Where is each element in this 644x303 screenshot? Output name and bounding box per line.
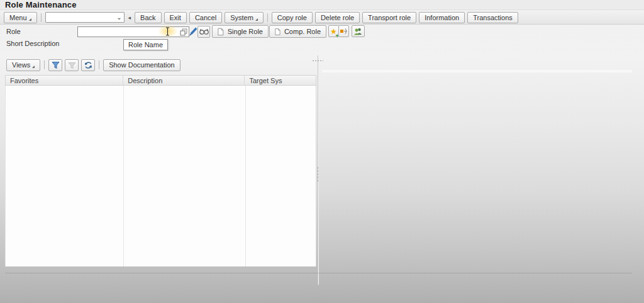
- toolbar-separator: [99, 60, 99, 69]
- role-name-tooltip: Role Name: [123, 39, 168, 50]
- chevron-down-icon[interactable]: ⌄: [116, 14, 121, 21]
- views-toolbar: Views Show Documentation: [5, 59, 182, 71]
- refresh-button[interactable]: [81, 59, 95, 71]
- command-field[interactable]: ⌄: [45, 12, 125, 23]
- views-button[interactable]: Views: [6, 59, 40, 71]
- distribute-icon: [340, 28, 348, 35]
- role-label: Role: [6, 28, 21, 35]
- glasses-icon: [199, 28, 209, 35]
- system-button[interactable]: System: [225, 12, 264, 23]
- collapse-toolbar-icon[interactable]: ◂: [128, 14, 131, 21]
- exit-button[interactable]: Exit: [164, 12, 187, 23]
- display-glasses-button[interactable]: [197, 26, 210, 38]
- toolbar-separator: [267, 13, 268, 22]
- filter-funnel-icon: [52, 61, 60, 69]
- column-divider: [245, 86, 246, 266]
- tree-table-header: Favorites Description Target Sys: [5, 75, 316, 86]
- title-bar: Role Maintenance: [0, 0, 644, 10]
- column-header-target-sys[interactable]: Target Sys: [245, 76, 316, 85]
- document-icon: [218, 28, 224, 36]
- transactions-button[interactable]: Transactions: [467, 12, 518, 23]
- users-icon: [353, 28, 363, 35]
- system-toolbar: Menu ⌄ ◂ Back Exit Cancel System Copy ro…: [0, 11, 644, 25]
- back-button[interactable]: Back: [135, 12, 161, 23]
- text-cursor-icon: [165, 27, 170, 36]
- tree-table-body[interactable]: [5, 86, 316, 266]
- show-documentation-button[interactable]: Show Documentation: [103, 59, 180, 71]
- page-title: Role Maintenance: [5, 0, 77, 9]
- single-role-label: Single Role: [228, 28, 263, 35]
- information-button[interactable]: Information: [419, 12, 465, 23]
- dropdown-corner-icon: [255, 18, 258, 21]
- filter-button[interactable]: [48, 59, 62, 71]
- user-assignment-button[interactable]: [352, 25, 365, 37]
- splitter-grip-icon[interactable]: [312, 60, 323, 62]
- toolbar-separator: [41, 13, 42, 22]
- filter-funnel-disabled-icon: [68, 61, 76, 69]
- delete-role-button[interactable]: Delete role: [315, 12, 360, 23]
- transport-role-button[interactable]: Transport role: [362, 12, 416, 23]
- content-bottom-divider: [5, 273, 632, 273]
- cancel-button[interactable]: Cancel: [189, 12, 222, 23]
- comp-role-button[interactable]: Comp. Role: [269, 25, 326, 38]
- column-header-description[interactable]: Description: [123, 76, 245, 85]
- sap-role-maintenance-window: Role Maintenance Menu ⌄ ◂ Back Exit Canc…: [0, 0, 644, 303]
- document-icon: [275, 28, 280, 36]
- comp-role-label: Comp. Role: [284, 28, 321, 35]
- edit-pencil-icon[interactable]: [189, 27, 197, 36]
- right-pane-divider: [322, 70, 632, 72]
- dropdown-corner-icon: [32, 66, 35, 68]
- system-button-label: System: [230, 14, 253, 21]
- favorite-add-button[interactable]: ★ +: [328, 25, 339, 37]
- views-button-label: Views: [12, 61, 30, 69]
- distribute-button[interactable]: [338, 25, 349, 37]
- column-header-favorites[interactable]: Favorites: [6, 76, 123, 85]
- command-input[interactable]: [46, 13, 115, 21]
- splitter-grip-icon[interactable]: [317, 166, 319, 181]
- toolbar-separator: [44, 60, 45, 69]
- single-role-button[interactable]: Single Role: [212, 25, 269, 38]
- refresh-icon: [84, 61, 92, 69]
- menu-button[interactable]: Menu: [4, 12, 37, 23]
- column-divider: [123, 86, 124, 266]
- copy-role-button[interactable]: Copy role: [272, 12, 313, 23]
- dropdown-corner-icon: [29, 18, 31, 21]
- short-description-label: Short Description: [6, 40, 59, 47]
- delete-filter-button-disabled: [65, 59, 79, 71]
- menu-button-label: Menu: [9, 14, 27, 21]
- clipboard-copy-icon[interactable]: [180, 28, 187, 36]
